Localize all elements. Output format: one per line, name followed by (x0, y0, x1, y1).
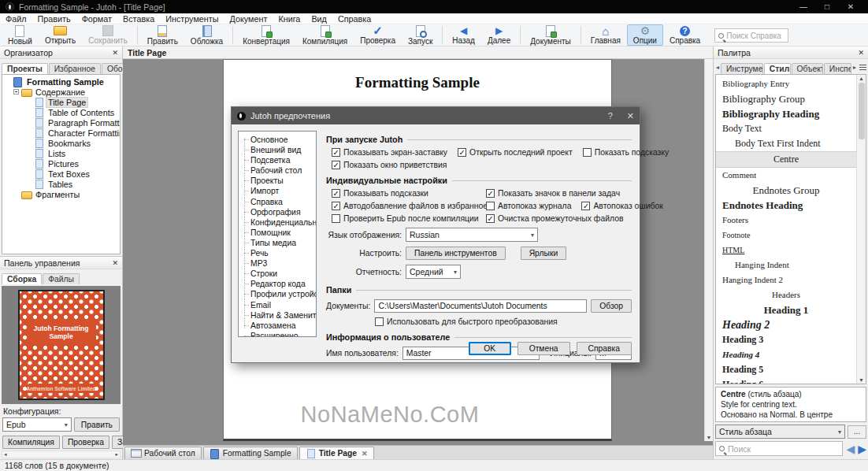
toolbar-button-save[interactable]: Сохранить (82, 24, 134, 46)
control-panel-close-icon[interactable]: ✕ (112, 259, 118, 267)
tree-item[interactable]: Title Page (2, 97, 120, 107)
checkbox-option[interactable]: Автопоказ журнала (486, 202, 571, 210)
editor-vertical-scrollbar[interactable]: ▼ (704, 59, 713, 441)
check-button[interactable]: Проверка (62, 436, 109, 449)
preferences-nav-item[interactable]: Основное (239, 135, 316, 145)
preferences-nav-item[interactable]: Расширенно (239, 331, 316, 337)
checkbox-option[interactable]: Использовать для быстрого преобразования (375, 317, 558, 326)
preferences-nav-item[interactable]: Найти & Заменить (239, 310, 316, 321)
tree-item[interactable]: Фрагменты (2, 189, 120, 199)
toolbar-button-home[interactable]: Главная (584, 24, 627, 46)
checkbox-option[interactable]: Показать значок в панели задач (486, 189, 620, 198)
control-panel-tab[interactable]: Сборка (2, 273, 42, 284)
ok-button[interactable]: OK (469, 342, 511, 355)
tabs-scroll-left-icon[interactable]: ◂ (715, 64, 720, 71)
style-item[interactable]: Heading 4 (716, 347, 856, 362)
checkbox-option[interactable]: Очистка промежуточных файлов (486, 214, 623, 223)
tree-item[interactable]: Bookmarks (2, 138, 120, 148)
tree-expander[interactable] (13, 89, 19, 95)
style-item[interactable]: Bibliography Entry (716, 76, 856, 91)
style-item[interactable]: Heading 1 (716, 302, 856, 317)
style-item[interactable]: Heading 2 (716, 317, 856, 332)
customize-shortcuts-button[interactable]: Ярлыки (521, 247, 566, 260)
scroll-left-icon[interactable]: ◂ (4, 451, 7, 458)
scroll-up-icon[interactable]: ▲ (859, 76, 864, 81)
toolbar-button-options[interactable]: Опции (627, 24, 663, 46)
checkbox-option[interactable]: Проверить Epub после компиляции (332, 214, 476, 223)
checkbox[interactable] (332, 214, 340, 223)
tree-item[interactable]: Pictures (2, 158, 120, 169)
styles-scrollbar[interactable]: ▲ ▼ (856, 75, 866, 384)
checkbox-option[interactable]: Показывать экран-заставку (332, 148, 447, 157)
preferences-nav-item[interactable]: Внешний вид (239, 145, 316, 155)
minimize-button[interactable]: — (792, 0, 815, 13)
edit-config-button[interactable]: Править (74, 417, 120, 432)
style-item[interactable]: Footers (716, 213, 856, 228)
checkbox-option[interactable]: Показать подсказку (583, 148, 670, 157)
style-more-button[interactable]: ... (848, 425, 866, 439)
documents-path-input[interactable] (374, 299, 587, 313)
preferences-nav-item[interactable]: Email (239, 300, 316, 310)
language-select[interactable]: Russian ▾ (406, 228, 538, 242)
tree-item[interactable]: Table of Contents (2, 107, 120, 117)
menu-item[interactable]: Справка (332, 13, 377, 24)
palette-tab[interactable]: Инструменты (721, 63, 763, 74)
menu-item[interactable]: Вставка (117, 13, 160, 24)
doc-tab-project[interactable]: Formatting Sample (203, 447, 298, 459)
style-item[interactable]: Endnotes Heading (716, 198, 856, 213)
tree-item[interactable]: Character Formatting (2, 128, 120, 138)
book-cover-thumbnail[interactable]: Jutoh Formatting Sample Anthemion Softwa… (18, 290, 105, 400)
preferences-nav-item[interactable]: Импорт (239, 186, 316, 196)
checkbox[interactable] (458, 148, 466, 157)
preferences-nav-item[interactable]: Редактор кода (239, 279, 316, 289)
checkbox[interactable] (486, 202, 495, 210)
checkbox[interactable] (332, 161, 340, 169)
palette-tab[interactable]: Инспек (824, 63, 851, 74)
style-item[interactable]: Bibliography Heading (716, 106, 856, 121)
toolbar-button-cover[interactable]: Обложка (184, 24, 229, 46)
preferences-nav-item[interactable]: Речь (239, 248, 316, 258)
style-item[interactable]: Comment (716, 168, 856, 183)
style-item[interactable]: Centre (716, 151, 856, 168)
dialog-close-button[interactable]: ✕ (627, 111, 634, 121)
checkbox[interactable] (486, 214, 495, 223)
palette-menu-icon[interactable] (859, 65, 866, 71)
palette-close-icon[interactable]: ✕ (858, 49, 864, 57)
maximize-button[interactable]: □ (815, 0, 839, 13)
tree-item[interactable]: Tables (2, 179, 120, 189)
toolbar-button-back[interactable]: Назад (446, 24, 481, 46)
preferences-nav-item[interactable]: Помощник (239, 228, 316, 238)
checkbox-option[interactable]: Открыть последний проект (458, 148, 573, 157)
control-panel-tab[interactable]: Файлы (43, 273, 80, 284)
checkbox-option[interactable]: Показывать подсказки (332, 189, 476, 198)
organizer-tab[interactable]: Проекты (2, 63, 48, 74)
toolbar-button-compile[interactable]: Компиляция (296, 24, 354, 46)
organizer-close-icon[interactable]: ✕ (112, 49, 118, 57)
menu-item[interactable]: Формат (76, 13, 117, 24)
toolbar-button-run[interactable]: Запуск (402, 24, 439, 46)
checkbox[interactable] (332, 148, 340, 157)
menu-item[interactable]: Файл (0, 13, 32, 24)
dialog-help-footer-button[interactable]: Справка (577, 342, 632, 355)
scroll-down-icon[interactable]: ▼ (707, 435, 712, 440)
style-item[interactable]: Footnote (716, 228, 856, 243)
preferences-nav-item[interactable]: MP3 (239, 258, 316, 269)
tab-close-icon[interactable]: ✕ (362, 450, 368, 458)
preferences-nav-item[interactable]: Орфография (239, 207, 316, 217)
menu-item[interactable]: Книга (273, 13, 306, 24)
reporting-select[interactable]: Средний ▾ (406, 265, 461, 279)
palette-tab[interactable]: Стили (764, 63, 791, 74)
style-item[interactable]: Heading 6 (716, 377, 856, 384)
checkbox-option[interactable]: Показать окно приветствия (332, 161, 447, 169)
toolbar-button-check[interactable]: Проверка (354, 24, 402, 46)
tree-item[interactable]: Formatting Sample (2, 76, 120, 87)
toolbar-button-forward[interactable]: Далее (481, 24, 517, 46)
previous-style-button[interactable]: ◀ (846, 443, 855, 455)
tree-item[interactable]: Содержание (2, 87, 120, 97)
toolbar-button-help[interactable]: Справка (663, 24, 707, 46)
doc-tab-title-page[interactable]: Title Page ✕ (299, 447, 374, 459)
style-item[interactable]: Heading 5 (716, 362, 856, 377)
checkbox-option[interactable]: Автопоказ ошибок (581, 202, 662, 210)
checkbox[interactable] (486, 189, 495, 198)
next-style-button[interactable]: ▶ (858, 443, 866, 455)
